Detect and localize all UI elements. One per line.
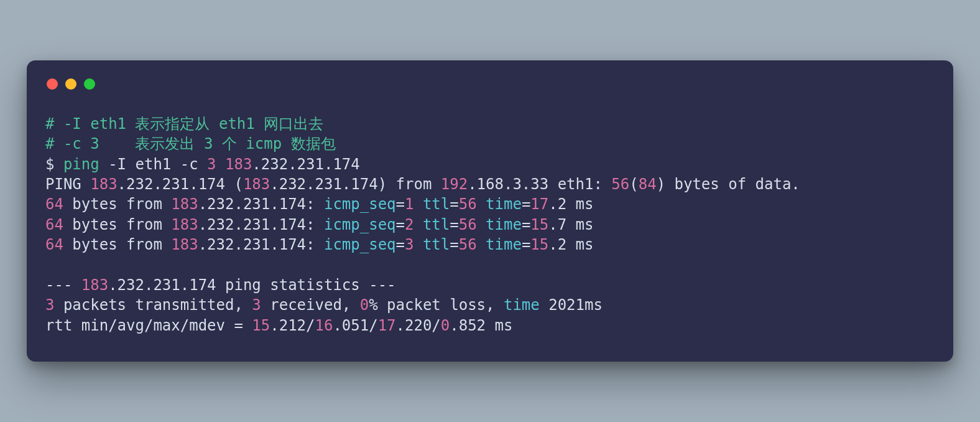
key: icmp_seq <box>324 216 396 233</box>
num: 0 <box>441 317 450 334</box>
num: 0 <box>360 296 369 314</box>
eq: = <box>450 216 458 233</box>
num: 183 <box>171 216 198 233</box>
eq: = <box>450 236 458 253</box>
num: 15 <box>530 216 548 233</box>
num: 17 <box>530 195 548 213</box>
stage: # -I eth1 表示指定从 eth1 网口出去 # -c 3 表示发出 3 … <box>0 0 980 422</box>
num: 3 <box>252 296 261 314</box>
txt: .232.231.174) from <box>270 176 441 193</box>
window-titlebar <box>47 75 935 93</box>
txt: .168.3.33 eth1: <box>468 176 611 193</box>
eq: = <box>522 195 530 213</box>
num: 56 <box>459 216 486 233</box>
prompt-symbol: $ <box>45 156 63 173</box>
cmd-ping: ping <box>63 156 108 173</box>
txt: .212/ <box>270 317 315 334</box>
txt: bytes from <box>63 236 171 253</box>
num: 3 <box>405 236 423 253</box>
eq: = <box>522 236 530 253</box>
key: icmp_seq <box>324 195 396 213</box>
terminal-window: # -I eth1 表示指定从 eth1 网口出去 # -c 3 表示发出 3 … <box>27 60 953 362</box>
txt: .852 ms <box>450 317 512 334</box>
eq: = <box>396 195 405 213</box>
txt: bytes from <box>63 195 171 213</box>
num: 56 <box>459 236 486 253</box>
minimize-icon[interactable] <box>65 78 76 90</box>
num: 64 <box>45 236 63 253</box>
comment-line-1: # -I eth1 表示指定从 eth1 网口出去 <box>45 115 323 133</box>
key: time <box>486 195 522 213</box>
num: 192 <box>441 176 468 193</box>
key: time <box>504 296 540 314</box>
ping-header: PING <box>45 176 90 193</box>
txt: .232.231.174 ping statistics --- <box>108 276 395 294</box>
num: 2 <box>405 216 423 233</box>
comment-line-2: # -c 3 表示发出 3 个 icmp 数据包 <box>45 135 336 152</box>
num: 15 <box>530 236 548 253</box>
eq: = <box>396 236 405 253</box>
txt: received, <box>261 296 360 314</box>
txt: .7 ms <box>548 216 593 233</box>
num: 17 <box>378 317 396 334</box>
eq: = <box>450 195 458 213</box>
txt: .232.231.174: <box>198 216 324 233</box>
num: 16 <box>315 317 333 334</box>
key: time <box>486 236 522 253</box>
txt: .232.231.174: <box>198 195 324 213</box>
key: ttl <box>423 195 450 213</box>
txt: 2021ms <box>540 296 603 314</box>
num: 64 <box>45 195 63 213</box>
eq: = <box>396 216 405 233</box>
num: 84 <box>639 176 657 193</box>
txt: .2 ms <box>548 236 593 253</box>
maximize-icon[interactable] <box>84 78 95 90</box>
close-icon[interactable] <box>47 78 58 90</box>
num: 15 <box>252 317 270 334</box>
num: 56 <box>459 195 486 213</box>
txt: .220/ <box>396 317 441 334</box>
cmd-args: -I eth1 -c <box>108 156 207 173</box>
num: 183 <box>81 276 108 294</box>
txt: .232.231.174: <box>198 236 324 253</box>
txt: ( <box>629 176 638 193</box>
num: 183 <box>90 176 117 193</box>
txt: packets transmitted, <box>54 296 252 314</box>
txt: bytes from <box>63 216 171 233</box>
num: 183 <box>171 195 198 213</box>
num: 1 <box>405 195 423 213</box>
cmd-ip-rest: .232.231.174 <box>252 156 359 173</box>
txt: .051/ <box>333 317 377 334</box>
terminal-output: # -I eth1 表示指定从 eth1 网口出去 # -c 3 表示发出 3 … <box>45 114 935 335</box>
num: 64 <box>45 216 63 233</box>
num: 3 <box>45 296 54 314</box>
txt: .232.231.174 ( <box>118 176 243 193</box>
key: time <box>486 216 522 233</box>
txt: ) bytes of data. <box>657 176 800 193</box>
stats-header: --- <box>45 276 81 294</box>
eq: = <box>522 216 530 233</box>
txt: .2 ms <box>548 195 593 213</box>
key: ttl <box>423 216 450 233</box>
rtt-label: rtt min/avg/max/mdev = <box>45 317 252 334</box>
cmd-num: 3 183 <box>207 156 252 173</box>
num: 56 <box>611 176 629 193</box>
key: icmp_seq <box>324 236 396 253</box>
num: 183 <box>171 236 198 253</box>
key: ttl <box>423 236 450 253</box>
num: 183 <box>243 176 270 193</box>
txt: % packet loss, <box>369 296 504 314</box>
